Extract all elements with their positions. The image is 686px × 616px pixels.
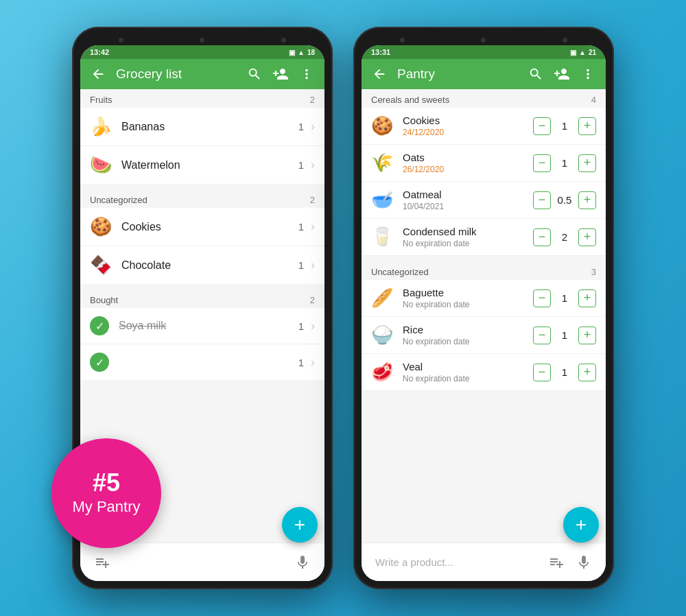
pantry-oats-info: Oats 26/12/2020 [403,152,533,174]
uncat-list: 🍪 Cookies 1 › 🍫 Chocolate 1 › [80,208,324,284]
oats-plus-btn[interactable]: + [578,154,596,172]
fab-1[interactable]: + [282,507,318,543]
baguette-minus-btn[interactable]: − [533,289,551,307]
phones-container: 13:42 ▣ ▲ 18 Grocery list [72,27,614,589]
pantry-item-oatmeal[interactable]: 🥣 Oatmeal 10/04/2021 − 0.5 + [362,182,606,219]
baguette-plus-btn[interactable]: + [578,289,596,307]
bought2-chevron: › [311,355,315,370]
badge-circle: #5 My Pantry [51,438,161,548]
cookies-qty: 1 [554,120,576,132]
app-title-2: Pantry [397,67,518,82]
pantry-baguette-controls: − 1 + [533,289,596,307]
phone-pantry: 13:31 ▣ ▲ 21 Pantry [353,27,614,589]
bananas-name: Bananas [121,121,298,133]
pantry-baguette-info: Baguette No expiration date [403,287,533,309]
cookies-emoji: 🍪 [90,216,112,237]
pantry-oatmeal-emoji: 🥣 [371,189,393,211]
oatmeal-minus-btn[interactable]: − [533,191,551,209]
condensed-minus-btn[interactable]: − [533,228,551,246]
chocolate-chevron: › [311,258,315,272]
pantry-cookies-info: Cookies 24/12/2020 [403,115,533,137]
pantry-rice-name: Rice [403,324,533,335]
back-button-2[interactable] [371,66,388,82]
rice-minus-btn[interactable]: − [533,327,551,344]
soya-count: 1 [298,320,304,332]
pantry-rice-info: Rice No expiration date [403,324,533,346]
list-item-bananas[interactable]: 🍌 Bananas 1 › [80,108,324,146]
section-fruits-count: 2 [310,95,315,105]
bought2-count: 1 [298,357,304,368]
section-fruits-label: Fruits [90,95,113,105]
bananas-chevron: › [311,119,315,134]
pantry-item-rice[interactable]: 🍚 Rice No expiration date − 1 + [362,317,606,354]
bought-list: ✓ Soya milk 1 › ✓ 1 › [80,308,324,380]
pantry-item-veal[interactable]: 🥩 Veal No expiration date − 1 + [362,354,606,391]
mic-icon-2[interactable] [576,554,592,571]
pantry-condensed-info: Condensed milk No expiration date [403,226,533,248]
list-item-chocolate[interactable]: 🍫 Chocolate 1 › [80,246,324,284]
pantry-content: Cereals and sweets 4 🍪 Cookies 24/12/202… [362,89,606,543]
app-bar-2: Pantry [362,59,606,89]
oats-minus-btn[interactable]: − [533,154,551,172]
product-input[interactable]: Write a product... [375,556,537,568]
list-item-bought2[interactable]: ✓ 1 › [80,344,324,380]
watermelon-name: Watermelon [121,159,298,171]
pantry-item-baguette[interactable]: 🥖 Baguette No expiration date − 1 + [362,280,606,317]
section-uncat-count-1: 2 [310,195,315,205]
cookies-minus-btn[interactable]: − [533,117,551,135]
back-button-1[interactable] [90,66,106,82]
pantry-veal-emoji: 🥩 [371,362,393,383]
cookies-plus-btn[interactable]: + [578,117,596,135]
rice-qty: 1 [554,329,576,341]
fab-2[interactable]: + [563,507,599,543]
bananas-emoji: 🍌 [90,116,112,137]
more-button-1[interactable] [298,66,315,82]
list-add-icon-2[interactable] [548,554,565,571]
mic-icon-1[interactable] [294,554,311,571]
oatmeal-plus-btn[interactable]: + [578,191,596,209]
rice-plus-btn[interactable]: + [578,327,596,344]
list-item-soya[interactable]: ✓ Soya milk 1 › [80,308,324,344]
pantry-item-cookies[interactable]: 🍪 Cookies 24/12/2020 − 1 + [362,108,606,145]
pantry-uncat-list: 🥖 Baguette No expiration date − 1 + [362,280,606,391]
pantry-item-oats[interactable]: 🌾 Oats 26/12/2020 − 1 + [362,145,606,182]
pantry-oats-controls: − 1 + [533,154,596,172]
list-item-cookies[interactable]: 🍪 Cookies 1 › [80,208,324,246]
pantry-oatmeal-controls: − 0.5 + [533,191,596,209]
search-button-2[interactable] [528,66,544,82]
pantry-rice-emoji: 🍚 [371,324,393,346]
pantry-veal-name: Veal [403,361,533,372]
pantry-veal-controls: − 1 + [533,364,596,381]
section-fruits: Fruits 2 [80,89,324,108]
search-button-1[interactable] [246,66,263,82]
status-bar-1: 13:42 ▣ ▲ 18 [80,45,324,59]
signal-icon-2: 21 [589,49,596,56]
pantry-oats-name: Oats [403,152,533,163]
list-item-watermelon[interactable]: 🍉 Watermelon 1 › [80,146,324,184]
condensed-plus-btn[interactable]: + [578,228,596,246]
bought2-check: ✓ [90,353,109,372]
chocolate-name: Chocolate [121,259,298,272]
add-person-button-1[interactable] [272,66,289,82]
section-uncat-2: Uncategorized 3 [362,261,606,280]
bottom-bar-2: Write a product... [362,543,606,581]
veal-plus-btn[interactable]: + [578,364,596,381]
pantry-condensed-controls: − 2 + [533,228,596,246]
more-button-2[interactable] [580,66,596,82]
pantry-veal-info: Veal No expiration date [403,361,533,383]
cookies-count: 1 [298,221,304,233]
fruits-list: 🍌 Bananas 1 › 🍉 Watermelon 1 › [80,108,324,184]
wifi-icon-1: ▲ [298,49,305,56]
section-uncat-label-2: Uncategorized [371,267,429,277]
pantry-condensed-emoji: 🥛 [371,226,393,248]
add-person-button-2[interactable] [554,66,570,82]
badge-label: My Pantry [72,498,140,516]
list-add-icon-1[interactable] [94,554,110,571]
veal-minus-btn[interactable]: − [533,364,551,381]
oats-qty: 1 [554,157,576,169]
badge-number: #5 [93,471,120,495]
battery-icon-1: ▣ [289,49,295,56]
pantry-item-condensed[interactable]: 🥛 Condensed milk No expiration date − 2 … [362,219,606,256]
status-time-2: 13:31 [371,48,390,56]
section-bought-label: Bought [90,295,118,305]
